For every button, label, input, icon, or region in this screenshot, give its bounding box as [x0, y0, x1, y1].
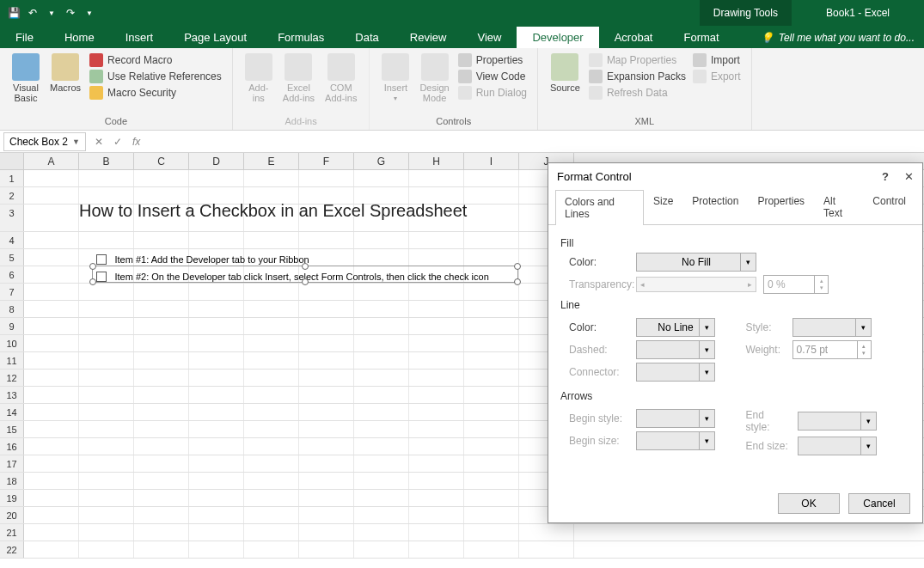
row-header[interactable]: 13 [0, 387, 24, 403]
row-header[interactable]: 17 [0, 455, 24, 472]
row-header[interactable]: 5 [0, 249, 24, 266]
cell[interactable] [79, 490, 134, 506]
tab-formulas[interactable]: Formulas [262, 27, 340, 48]
cell[interactable] [134, 473, 189, 489]
col-header[interactable]: I [464, 153, 519, 169]
qat-dropdown-icon[interactable]: ▼ [45, 6, 58, 20]
name-box[interactable]: Check Box 2 ▼ [3, 132, 86, 151]
cell[interactable] [519, 541, 574, 558]
cell[interactable] [299, 490, 354, 506]
cell[interactable] [409, 438, 464, 455]
cell[interactable] [354, 455, 409, 472]
row-header[interactable]: 15 [0, 421, 24, 437]
row-header[interactable]: 19 [0, 490, 24, 506]
cell[interactable] [299, 318, 354, 334]
cell[interactable] [244, 232, 299, 248]
record-macro-button[interactable]: Record Macro [89, 53, 222, 67]
tab-developer[interactable]: Developer [517, 27, 598, 48]
cell[interactable] [189, 490, 244, 506]
cell[interactable] [299, 301, 354, 317]
cell[interactable] [299, 524, 354, 541]
addins-button[interactable]: Add- ins [240, 52, 278, 105]
resize-handle[interactable] [89, 278, 96, 285]
cell[interactable] [24, 318, 79, 334]
cell[interactable] [244, 541, 299, 558]
cell[interactable] [244, 335, 299, 351]
cell[interactable] [24, 507, 79, 523]
resize-handle[interactable] [514, 263, 521, 270]
cell[interactable] [464, 524, 519, 541]
tab-file[interactable]: File [0, 27, 49, 48]
cell[interactable] [409, 318, 464, 334]
cell[interactable] [244, 438, 299, 455]
cell[interactable] [24, 284, 79, 300]
cell[interactable] [189, 352, 244, 369]
cell[interactable] [299, 335, 354, 351]
line-color-combo[interactable]: No Line▾ [636, 318, 715, 337]
cell[interactable] [134, 455, 189, 472]
cell[interactable] [299, 421, 354, 437]
row-header[interactable]: 4 [0, 232, 24, 248]
object-selection-box[interactable] [92, 266, 518, 283]
cell[interactable] [354, 284, 409, 300]
cell[interactable] [409, 507, 464, 523]
cell[interactable] [134, 404, 189, 420]
cell[interactable] [354, 335, 409, 351]
cell[interactable] [189, 301, 244, 317]
col-header[interactable]: C [134, 153, 189, 169]
relative-references-button[interactable]: Use Relative References [89, 70, 222, 83]
cell[interactable] [24, 266, 79, 283]
cell[interactable] [354, 249, 409, 266]
col-header[interactable]: H [409, 153, 464, 169]
cell[interactable] [409, 524, 464, 541]
row-header[interactable]: 22 [0, 541, 24, 558]
cell[interactable] [134, 541, 189, 558]
cell[interactable] [409, 404, 464, 420]
cell[interactable] [464, 404, 519, 420]
cell[interactable] [299, 232, 354, 248]
cell[interactable] [79, 352, 134, 369]
cell[interactable] [354, 170, 409, 186]
cell[interactable] [79, 404, 134, 420]
cell[interactable] [464, 541, 519, 558]
properties-button[interactable]: Properties [458, 53, 527, 67]
cell[interactable] [299, 170, 354, 186]
cell[interactable] [24, 187, 79, 204]
fx-icon[interactable]: fx [132, 136, 140, 148]
cell[interactable] [299, 541, 354, 558]
redo-icon[interactable]: ↷ [64, 6, 77, 20]
tab-properties[interactable]: Properties [748, 189, 814, 224]
cell[interactable] [409, 335, 464, 351]
cell[interactable] [189, 507, 244, 523]
cell[interactable] [409, 473, 464, 489]
checkbox-icon[interactable] [96, 254, 107, 265]
cell[interactable] [244, 490, 299, 506]
tab-insert[interactable]: Insert [110, 27, 169, 48]
cell[interactable] [79, 370, 134, 386]
cell[interactable] [79, 421, 134, 437]
com-addins-button[interactable]: COM Add-ins [320, 52, 362, 105]
cell[interactable] [464, 455, 519, 472]
cell[interactable] [299, 438, 354, 455]
row-header[interactable]: 8 [0, 301, 24, 317]
help-icon[interactable]: ? [882, 170, 889, 183]
cell[interactable] [409, 387, 464, 403]
cancel-button[interactable]: Cancel [848, 493, 910, 514]
row-header[interactable]: 11 [0, 352, 24, 369]
cell[interactable] [464, 490, 519, 506]
cell[interactable] [244, 318, 299, 334]
cell[interactable] [354, 370, 409, 386]
cell[interactable] [79, 473, 134, 489]
row-header[interactable]: 21 [0, 524, 24, 541]
export-button[interactable]: Export [693, 70, 741, 83]
undo-icon[interactable]: ↶ [26, 6, 40, 20]
cell[interactable] [79, 387, 134, 403]
cell[interactable] [354, 404, 409, 420]
cell[interactable] [464, 507, 519, 523]
col-header[interactable]: D [189, 153, 244, 169]
cell[interactable] [189, 421, 244, 437]
cell[interactable] [464, 301, 519, 317]
formula-input[interactable] [149, 132, 924, 151]
cell[interactable] [299, 507, 354, 523]
cell[interactable] [24, 455, 79, 472]
